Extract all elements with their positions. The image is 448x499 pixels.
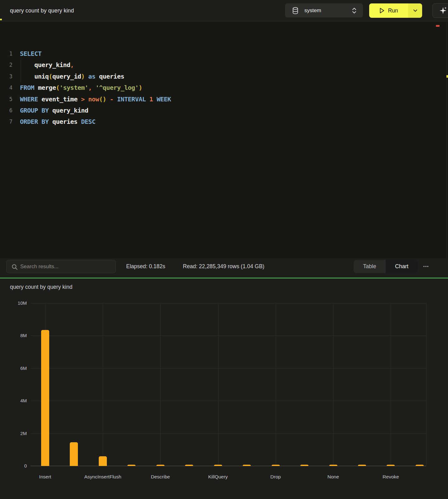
chart-title: query count by query kind xyxy=(10,284,72,290)
bar-Drop xyxy=(272,465,280,466)
ai-assistant-button[interactable] xyxy=(432,3,448,18)
y-tick-label: 6M xyxy=(5,366,27,371)
search-icon xyxy=(12,264,18,270)
code-line: query_kind, xyxy=(20,59,442,70)
y-tick-label: 4M xyxy=(5,398,27,403)
elapsed-stat: Elapsed: 0.182s xyxy=(126,258,165,274)
x-tick-label: Revoke xyxy=(383,474,399,480)
gridline-v-edge xyxy=(426,303,427,466)
x-tick-label: KillQuery xyxy=(208,474,228,480)
run-button[interactable]: Run xyxy=(369,3,422,18)
overview-marker-yellow xyxy=(446,75,448,78)
run-button-label: Run xyxy=(388,7,398,14)
gridline-v xyxy=(333,303,334,466)
chart-panel: query count by query kind 02M4M6M8M10MIn… xyxy=(0,279,448,499)
bar-KillQuery xyxy=(214,465,222,466)
line-number: 7 xyxy=(0,116,12,127)
sparkle-icon xyxy=(439,7,447,15)
gridline-h xyxy=(31,434,426,434)
bar-None xyxy=(329,465,337,466)
bar-unlabeled xyxy=(416,465,424,466)
database-icon xyxy=(292,7,299,14)
x-tick-label: None xyxy=(327,474,339,480)
line-number: 3 xyxy=(0,71,12,82)
code-line: FROM merge('system', '^query_log') xyxy=(20,82,442,93)
editor-scrollbar[interactable] xyxy=(446,22,447,258)
run-options-button[interactable] xyxy=(408,3,422,18)
bar-AsyncInsertFlush xyxy=(99,456,107,466)
bar-Insert xyxy=(41,330,49,466)
bar-Describe xyxy=(156,465,164,466)
bar-unlabeled xyxy=(70,442,78,466)
database-value: system xyxy=(304,7,321,14)
search-box xyxy=(6,260,116,273)
cursor-tick xyxy=(0,19,2,20)
play-icon xyxy=(379,7,385,14)
line-number: 5 xyxy=(0,94,12,105)
gridline-v xyxy=(276,303,276,466)
y-tick-label: 10M xyxy=(5,300,27,306)
code-line: GROUP BY query_kind xyxy=(20,105,442,116)
gridline-h xyxy=(31,368,426,369)
editor-code[interactable]: SELECT query_kind, uniq(query_id) as que… xyxy=(20,22,442,128)
gridline-v xyxy=(160,303,161,466)
gridline-v xyxy=(103,303,103,466)
y-tick-label: 8M xyxy=(5,333,27,338)
editor-gutter: 1234567 xyxy=(0,22,12,128)
search-input[interactable] xyxy=(20,260,114,273)
header: query count by query kind system Run xyxy=(0,0,448,21)
gridline-h xyxy=(31,336,426,336)
code-line: SELECT xyxy=(20,48,442,59)
bar-unlabeled xyxy=(300,465,308,466)
line-number: 1 xyxy=(0,48,12,59)
code-line: uniq(query_id) as queries xyxy=(20,71,442,82)
gridline-h xyxy=(31,401,426,401)
y-tick-label: 0 xyxy=(5,463,27,468)
chevron-down-icon xyxy=(413,9,417,12)
sql-editor[interactable]: 1234567 SELECT query_kind, uniq(query_id… xyxy=(0,22,448,258)
gridline-h xyxy=(31,303,426,303)
x-tick-label: Insert xyxy=(39,474,51,480)
bar-chart-plot: 02M4M6M8M10MInsertAsyncInsertFlushDescri… xyxy=(31,303,426,466)
database-selector[interactable]: system xyxy=(285,3,363,17)
x-tick-label: AsyncInsertFlush xyxy=(84,474,121,480)
tab-chart[interactable]: Chart xyxy=(386,260,418,273)
chevron-updown-icon xyxy=(352,7,357,14)
tab-table[interactable]: Table xyxy=(354,260,386,273)
line-number: 2 xyxy=(0,59,12,70)
code-line: ORDER BY queries DESC xyxy=(20,116,442,127)
bar-unlabeled xyxy=(358,465,366,466)
view-toggle: Table Chart xyxy=(354,260,418,273)
bar-unlabeled xyxy=(243,465,251,466)
more-options-button[interactable]: ••• xyxy=(421,262,432,271)
read-stat: Read: 22,285,349 rows (1.04 GB) xyxy=(183,258,265,274)
gridline-v xyxy=(218,303,218,466)
line-number: 4 xyxy=(0,82,12,93)
page-title: query count by query kind xyxy=(10,0,74,21)
line-number: 6 xyxy=(0,105,12,116)
y-tick-label: 2M xyxy=(5,431,27,436)
results-toolbar: Elapsed: 0.182s Read: 22,285,349 rows (1… xyxy=(0,258,448,278)
bar-unlabeled xyxy=(127,465,136,466)
x-tick-label: Describe xyxy=(151,474,170,480)
overview-marker-red xyxy=(436,25,440,27)
code-line: WHERE event_time > now() - INTERVAL 1 WE… xyxy=(20,94,442,105)
x-axis-line xyxy=(31,466,426,466)
bar-unlabeled xyxy=(185,465,193,466)
x-tick-label: Drop xyxy=(270,474,281,480)
run-button-main[interactable]: Run xyxy=(369,3,408,18)
gridline-v xyxy=(391,303,391,466)
bar-Revoke xyxy=(387,465,395,466)
